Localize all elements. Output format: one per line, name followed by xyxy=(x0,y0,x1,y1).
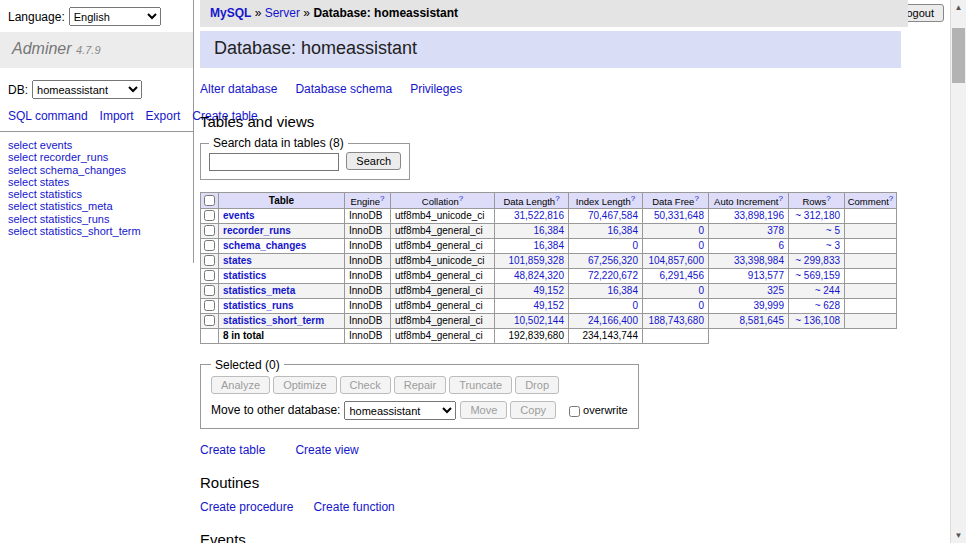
row-checkbox[interactable] xyxy=(204,210,215,221)
data-length-link[interactable]: 16,384 xyxy=(533,225,564,236)
index-length-link[interactable]: 0 xyxy=(632,240,638,251)
table-name-link[interactable]: recorder_runs xyxy=(223,225,291,236)
select-all-checkbox[interactable] xyxy=(204,195,215,206)
row-checkbox[interactable] xyxy=(204,255,215,266)
data-free-link[interactable]: 0 xyxy=(698,240,704,251)
scrollbar-thumb[interactable] xyxy=(952,28,965,83)
row-checkbox[interactable] xyxy=(204,240,215,251)
row-checkbox[interactable] xyxy=(204,270,215,281)
column-help-link[interactable]: ? xyxy=(631,194,635,203)
sidebar-select-states[interactable]: select states xyxy=(8,176,185,188)
sidebar-select-recorder_runs[interactable]: select recorder_runs xyxy=(8,151,185,163)
data-free-link[interactable]: 0 xyxy=(698,225,704,236)
breadcrumb-link-server[interactable]: Server xyxy=(265,6,300,20)
table-name-link[interactable]: statistics xyxy=(223,270,266,281)
index-length-link[interactable]: 0 xyxy=(632,300,638,311)
sidebar-select-statistics_short_term[interactable]: select statistics_short_term xyxy=(8,225,185,237)
column-help-link[interactable]: ? xyxy=(889,194,893,203)
data-free-link[interactable]: 50,331,648 xyxy=(654,210,704,221)
create-procedure-link[interactable]: Create procedure xyxy=(200,500,293,514)
db-link-privileges[interactable]: Privileges xyxy=(410,82,462,96)
index-length-link[interactable]: 24,166,400 xyxy=(588,315,638,326)
auto-increment-link[interactable]: 913,577 xyxy=(748,270,784,281)
auto-increment-link[interactable]: 378 xyxy=(767,225,784,236)
column-help-link[interactable]: ? xyxy=(778,194,782,203)
rows-link[interactable]: ~ 244 xyxy=(815,285,840,296)
create-function-link[interactable]: Create function xyxy=(313,500,394,514)
table-name-link[interactable]: statistics_runs xyxy=(223,300,294,311)
language-select[interactable]: English xyxy=(69,7,161,26)
data-length-link[interactable]: 101,859,328 xyxy=(508,255,564,266)
sidebar-action-export[interactable]: Export xyxy=(146,109,181,123)
table-name-link[interactable]: events xyxy=(223,210,255,221)
search-button[interactable]: Search xyxy=(346,152,401,170)
data-length-link[interactable]: 48,824,320 xyxy=(514,270,564,281)
auto-increment-link[interactable]: 6 xyxy=(778,240,784,251)
data-length-link[interactable]: 10,502,144 xyxy=(514,315,564,326)
sidebar-select-statistics_meta[interactable]: select statistics_meta xyxy=(8,200,185,212)
table-name-link[interactable]: statistics_short_term xyxy=(223,315,324,326)
db-link-alter-database[interactable]: Alter database xyxy=(200,82,277,96)
column-help-link[interactable]: ? xyxy=(459,194,463,203)
create-view-link[interactable]: Create view xyxy=(295,443,358,457)
auto-increment-link[interactable]: 39,999 xyxy=(753,300,784,311)
column-help-link[interactable]: ? xyxy=(826,194,830,203)
overwrite-checkbox[interactable] xyxy=(569,406,580,417)
auto-increment-link[interactable]: 8,581,645 xyxy=(740,315,785,326)
data-free-link[interactable]: 0 xyxy=(698,285,704,296)
rows-link[interactable]: ~ 3 xyxy=(826,240,840,251)
data-length-link[interactable]: 31,522,816 xyxy=(514,210,564,221)
scrollbar[interactable]: ▲ ▼ xyxy=(950,0,966,543)
truncate-button[interactable]: Truncate xyxy=(449,376,512,394)
rows-link[interactable]: ~ 136,108 xyxy=(795,315,840,326)
create-table-link[interactable]: Create table xyxy=(200,443,265,457)
data-length-link[interactable]: 49,152 xyxy=(533,300,564,311)
row-checkbox[interactable] xyxy=(204,285,215,296)
sidebar-select-schema_changes[interactable]: select schema_changes xyxy=(8,164,185,176)
data-free-link[interactable]: 0 xyxy=(698,300,704,311)
data-length-link[interactable]: 16,384 xyxy=(533,240,564,251)
row-checkbox[interactable] xyxy=(204,300,215,311)
table-name-link[interactable]: states xyxy=(223,255,252,266)
scroll-up-icon[interactable]: ▲ xyxy=(951,0,966,15)
data-free-link[interactable]: 6,291,456 xyxy=(660,270,705,281)
sidebar-select-statistics[interactable]: select statistics xyxy=(8,188,185,200)
analyze-button[interactable]: Analyze xyxy=(211,376,270,394)
rows-link[interactable]: ~ 569,159 xyxy=(795,270,840,281)
drop-button[interactable]: Drop xyxy=(515,376,559,394)
copy-button[interactable]: Copy xyxy=(510,401,556,419)
rows-link[interactable]: ~ 312,180 xyxy=(795,210,840,221)
sidebar-action-sql-command[interactable]: SQL command xyxy=(8,109,88,123)
repair-button[interactable]: Repair xyxy=(394,376,446,394)
data-length-link[interactable]: 49,152 xyxy=(533,285,564,296)
sidebar-select-events[interactable]: select events xyxy=(8,139,185,151)
row-checkbox[interactable] xyxy=(204,315,215,326)
rows-link[interactable]: ~ 5 xyxy=(826,225,840,236)
index-length-link[interactable]: 16,384 xyxy=(607,225,638,236)
row-checkbox[interactable] xyxy=(204,225,215,236)
data-free-link[interactable]: 188,743,680 xyxy=(648,315,704,326)
scroll-down-icon[interactable]: ▼ xyxy=(951,528,966,543)
db-link-database-schema[interactable]: Database schema xyxy=(295,82,392,96)
index-length-link[interactable]: 72,220,672 xyxy=(588,270,638,281)
breadcrumb-link-mysql[interactable]: MySQL xyxy=(210,6,251,20)
index-length-link[interactable]: 16,384 xyxy=(607,285,638,296)
auto-increment-link[interactable]: 325 xyxy=(767,285,784,296)
auto-increment-link[interactable]: 33,398,984 xyxy=(734,255,784,266)
column-help-link[interactable]: ? xyxy=(380,194,384,203)
optimize-button[interactable]: Optimize xyxy=(273,376,336,394)
move-button[interactable]: Move xyxy=(460,401,507,419)
data-free-link[interactable]: 104,857,600 xyxy=(648,255,704,266)
sidebar-action-import[interactable]: Import xyxy=(100,109,134,123)
table-name-link[interactable]: statistics_meta xyxy=(223,285,295,296)
column-help-link[interactable]: ? xyxy=(694,194,698,203)
db-select[interactable]: homeassistant xyxy=(32,80,142,99)
move-db-select[interactable]: homeassistant xyxy=(344,401,456,420)
rows-link[interactable]: ~ 628 xyxy=(815,300,840,311)
check-button[interactable]: Check xyxy=(340,376,391,394)
table-name-link[interactable]: schema_changes xyxy=(223,240,306,251)
column-help-link[interactable]: ? xyxy=(555,194,559,203)
index-length-link[interactable]: 67,256,320 xyxy=(588,255,638,266)
auto-increment-link[interactable]: 33,898,196 xyxy=(734,210,784,221)
index-length-link[interactable]: 70,467,584 xyxy=(588,210,638,221)
